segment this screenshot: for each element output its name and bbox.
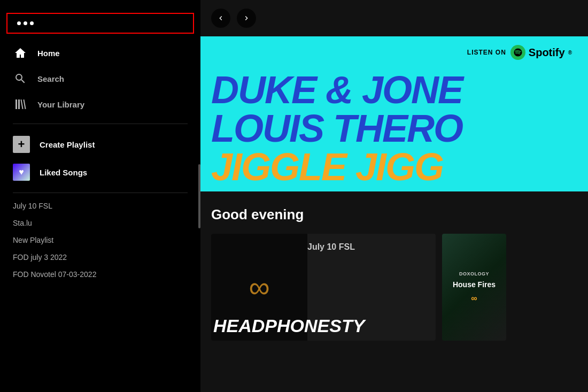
home-icon xyxy=(13,45,28,60)
playlist-item[interactable]: FOD Novotel 07-03-2022 xyxy=(13,266,188,283)
playlist-list: July 10 FSL Sta.lu New Playlist FOD july… xyxy=(0,197,200,392)
spotify-text: Spotify xyxy=(529,47,565,59)
playlist-item[interactable]: FOD july 3 2022 xyxy=(13,249,188,266)
dot2 xyxy=(24,21,27,25)
playlist-name: New Playlist xyxy=(13,236,53,244)
svg-rect-0 xyxy=(16,99,17,109)
sidebar-divider-2 xyxy=(13,193,188,193)
back-button[interactable] xyxy=(211,9,230,28)
dot3 xyxy=(30,21,34,25)
july-fsl-card[interactable]: ∞ July 10 FSL HEADPHONESTY xyxy=(211,234,436,341)
sidebar-top: Home Search xyxy=(0,0,200,197)
house-card-inner: DOXOLOGY House Fires ∞ xyxy=(442,234,506,341)
banner-line3: JIGGLE JIGG xyxy=(211,148,588,186)
spotify-registered: ® xyxy=(568,50,572,56)
svg-rect-1 xyxy=(18,99,20,109)
search-label: Search xyxy=(37,74,64,83)
search-icon xyxy=(13,71,28,86)
nav-library[interactable]: Your Library xyxy=(0,91,200,117)
create-playlist-label: Create Playlist xyxy=(40,140,95,149)
july-fsl-label: July 10 FSL xyxy=(307,242,355,252)
headphonesty-label: HEADPHONESTY xyxy=(213,316,365,336)
nav-search[interactable]: Search xyxy=(0,66,200,91)
library-icon xyxy=(13,97,28,112)
svg-rect-2 xyxy=(20,99,23,109)
nav-home[interactable]: Home xyxy=(0,40,200,66)
menu-dots-button[interactable] xyxy=(6,13,194,34)
plus-icon: + xyxy=(13,136,30,153)
main-content: LISTEN ON Spotify ® DUKE & JONE LOUIS TH… xyxy=(200,0,588,392)
create-playlist-item[interactable]: + Create Playlist xyxy=(0,130,200,158)
heart-icon: ♥ xyxy=(13,164,30,181)
house-fires-card[interactable]: DOXOLOGY House Fires ∞ xyxy=(442,234,506,341)
dot1 xyxy=(17,21,21,25)
banner: LISTEN ON Spotify ® DUKE & JONE LOUIS TH… xyxy=(200,36,588,191)
good-evening-section: Good evening ∞ July 10 FSL HEADPHONESTY xyxy=(200,191,588,349)
listen-on-text: LISTEN ON xyxy=(467,49,506,56)
playlist-item[interactable]: July 10 FSL xyxy=(13,197,188,214)
forward-button[interactable] xyxy=(237,9,256,28)
library-label: Your Library xyxy=(37,100,84,109)
dots-icon xyxy=(17,21,34,25)
home-label: Home xyxy=(37,49,60,58)
house-fires-label: House Fires xyxy=(453,281,496,289)
infinity-small-icon: ∞ xyxy=(471,294,477,303)
greeting-title: Good evening xyxy=(211,206,577,223)
doxology-label: DOXOLOGY xyxy=(459,271,489,276)
liked-songs-label: Liked Songs xyxy=(40,168,87,177)
sidebar-divider-1 xyxy=(13,124,188,124)
banner-spotify-badge: LISTEN ON Spotify ® xyxy=(467,45,572,60)
banner-line1: DUKE & JONE xyxy=(211,71,588,109)
playlist-name: FOD july 3 2022 xyxy=(13,253,67,262)
spotify-circle-icon xyxy=(510,45,525,60)
playlist-name: Sta.lu xyxy=(13,219,32,227)
sidebar: Home Search xyxy=(0,0,200,392)
svg-rect-3 xyxy=(23,99,26,109)
app-container: Home Search xyxy=(0,0,588,392)
playlist-name: FOD Novotel 07-03-2022 xyxy=(13,270,96,279)
main-header xyxy=(200,0,588,36)
banner-line2: LOUIS THERO xyxy=(211,109,588,148)
spotify-logo: Spotify ® xyxy=(510,45,572,60)
cards-row: ∞ July 10 FSL HEADPHONESTY DOXOLOGY Hous… xyxy=(211,234,577,341)
infinity-icon: ∞ xyxy=(249,270,269,304)
liked-songs-item[interactable]: ♥ Liked Songs xyxy=(0,158,200,186)
banner-text-area: DUKE & JONE LOUIS THERO JIGGLE JIGG xyxy=(211,71,588,186)
playlist-item[interactable]: Sta.lu xyxy=(13,214,188,232)
playlist-name: July 10 FSL xyxy=(13,202,52,210)
playlist-item[interactable]: New Playlist xyxy=(13,232,188,249)
